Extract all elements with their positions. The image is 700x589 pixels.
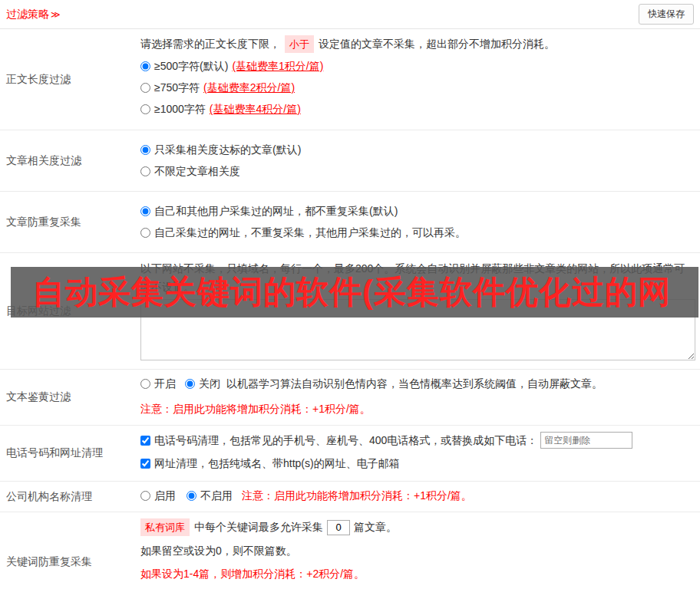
relevance-option-any[interactable]: 不限定文章相关度 xyxy=(140,163,695,179)
keyword-rule-zero: 如果留空或设为0，则不限篇数。 xyxy=(140,543,695,559)
row-porn-filter: 文本鉴黄过滤 开启 关闭 以机器学习算法自动识别色情内容，当色情概率达到系统阈值… xyxy=(0,370,700,426)
body-length-label: 正文长度过滤 xyxy=(0,29,134,130)
porn-on-radio[interactable] xyxy=(140,379,150,389)
porn-filter-label: 文本鉴黄过滤 xyxy=(0,370,134,425)
company-off-radio[interactable] xyxy=(187,491,196,501)
porn-filter-desc: 以机器学习算法自动识别色情内容，当色情概率达到系统阈值，自动屏蔽文章。 xyxy=(226,376,603,392)
filter-strategy-page: 过滤策略≫ 快速保存 正文长度过滤 请选择需求的正文长度下限， 小于 设定值的文… xyxy=(0,0,700,589)
length-500-fee: (基础费率1积分/篇) xyxy=(232,58,323,74)
phone-clean-checkbox[interactable] xyxy=(140,436,150,446)
row-body-length-filter: 正文长度过滤 请选择需求的正文长度下限， 小于 设定值的文章不采集，超出部分不增… xyxy=(0,29,700,130)
page-header: 过滤策略≫ 快速保存 xyxy=(0,0,700,29)
relevance-any-text: 不限定文章相关度 xyxy=(154,163,240,179)
page-title: 过滤策略≫ xyxy=(6,8,61,21)
url-clean-option[interactable]: 网址清理，包括纯域名、带http(s)的网址、电子邮箱 xyxy=(140,456,695,472)
length-1000-radio[interactable] xyxy=(140,104,150,114)
keyword-rule-1-4: 如果设为1-4篇，则增加积分消耗：+2积分/篇。 xyxy=(140,566,695,582)
blocked-sites-textarea[interactable] xyxy=(140,299,695,360)
dedup-own-text: 自己采集过的网址，不重复采集，其他用户采集过的，可以再采。 xyxy=(154,225,466,241)
keyword-limit-end-text: 篇文章。 xyxy=(354,519,397,535)
target-site-label: 目标网站过滤 xyxy=(0,253,134,369)
dedup-global-radio[interactable] xyxy=(140,206,150,216)
chevron-double-icon[interactable]: ≫ xyxy=(51,9,61,20)
phone-clean-text: 电话号码清理，包括常见的手机号、座机号、400电话格式，或替换成如下电话： xyxy=(154,433,537,449)
length-option-500[interactable]: ≥500字符(默认) (基础费率1积分/篇) xyxy=(140,58,695,74)
company-on-text: 启用 xyxy=(154,488,176,504)
keyword-limit-mid-text: 中每个关键词最多允许采集 xyxy=(194,519,323,535)
phone-url-label: 电话号码和网址清理 xyxy=(0,426,134,481)
keyword-dedup-label: 关键词防重复采集 xyxy=(0,512,134,589)
length-option-750[interactable]: ≥750字符 (基础费率2积分/篇) xyxy=(140,80,695,96)
company-off-text: 不启用 xyxy=(200,488,233,504)
phone-clean-option[interactable]: 电话号码清理，包括常见的手机号、座机号、400电话格式，或替换成如下电话： xyxy=(140,432,695,449)
porn-on-text: 开启 xyxy=(154,376,176,392)
relevance-strict-radio[interactable] xyxy=(140,145,150,155)
keyword-limit-line: 私有词库 中每个关键词最多允许采集 篇文章。 xyxy=(140,518,695,536)
dedup-own-radio[interactable] xyxy=(140,228,150,238)
relevance-option-strict[interactable]: 只采集相关度达标的文章(默认) xyxy=(140,142,695,158)
length-option-1000[interactable]: ≥1000字符 (基础费率4积分/篇) xyxy=(140,101,695,117)
row-phone-url-cleaning: 电话号码和网址清理 电话号码清理，包括常见的手机号、座机号、400电话格式，或替… xyxy=(0,426,700,482)
row-relevance-filter: 文章相关度过滤 只采集相关度达标的文章(默认) 不限定文章相关度 xyxy=(0,130,700,192)
intro-post-text: 设定值的文章不采集，超出部分不增加积分消耗。 xyxy=(319,36,555,52)
porn-off-text: 关闭 xyxy=(199,376,220,392)
url-clean-checkbox[interactable] xyxy=(140,459,150,469)
dedup-label: 文章防重复采集 xyxy=(0,192,134,252)
row-target-site-filter: 目标网站过滤 以下网站不采集，只填域名，每行一个，最多200个。系统会自动识别并… xyxy=(0,253,700,370)
row-dedup-collection: 文章防重复采集 自己和其他用户采集过的网址，都不重复采集(默认) 自己采集过的网… xyxy=(0,192,700,253)
porn-filter-options: 开启 关闭 以机器学习算法自动识别色情内容，当色情概率达到系统阈值，自动屏蔽文章… xyxy=(140,376,695,392)
dedup-option-own[interactable]: 自己采集过的网址，不重复采集，其他用户采集过的，可以再采。 xyxy=(140,225,695,241)
quick-save-button[interactable]: 快速保存 xyxy=(639,4,694,25)
dedup-option-global[interactable]: 自己和其他用户采集过的网址，都不重复采集(默认) xyxy=(140,203,695,219)
length-750-text: ≥750字符 xyxy=(154,80,200,96)
length-1000-text: ≥1000字符 xyxy=(154,101,206,117)
length-750-radio[interactable] xyxy=(140,83,150,93)
company-options: 启用 不启用 注意：启用此功能将增加积分消耗：+1积分/篇。 xyxy=(140,488,695,504)
less-than-tag: 小于 xyxy=(285,35,314,53)
length-1000-fee: (基础费率4积分/篇) xyxy=(210,101,301,117)
length-500-text: ≥500字符(默认) xyxy=(154,58,228,74)
length-500-radio[interactable] xyxy=(140,61,150,71)
page-title-text: 过滤策略 xyxy=(6,8,49,20)
target-site-desc: 以下网站不采集，只填域名，每行一个，最多200个。系统会自动识别并屏蔽那些非文章… xyxy=(140,259,695,296)
private-lexicon-tag: 私有词库 xyxy=(140,518,190,536)
company-label: 公司机构名称清理 xyxy=(0,482,134,512)
intro-pre-text: 请选择需求的正文长度下限， xyxy=(140,36,280,52)
company-note: 注意：启用此功能将增加积分消耗：+1积分/篇。 xyxy=(242,488,472,504)
replacement-phone-input[interactable] xyxy=(540,432,632,449)
body-length-intro: 请选择需求的正文长度下限， 小于 设定值的文章不采集，超出部分不增加积分消耗。 xyxy=(140,35,695,53)
relevance-any-radio[interactable] xyxy=(140,166,150,176)
row-keyword-dedup: 关键词防重复采集 私有词库 中每个关键词最多允许采集 篇文章。 如果留空或设为0… xyxy=(0,512,700,589)
row-company-cleaning: 公司机构名称清理 启用 不启用 注意：启用此功能将增加积分消耗：+1积分/篇。 xyxy=(0,482,700,512)
length-750-fee: (基础费率2积分/篇) xyxy=(203,80,295,96)
keyword-limit-input[interactable] xyxy=(327,520,350,535)
porn-filter-note: 注意：启用此功能将增加积分消耗：+1积分/篇。 xyxy=(140,401,695,417)
relevance-strict-text: 只采集相关度达标的文章(默认) xyxy=(154,142,301,158)
company-on-radio[interactable] xyxy=(140,491,150,501)
porn-off-radio[interactable] xyxy=(185,379,195,389)
relevance-label: 文章相关度过滤 xyxy=(0,130,134,191)
dedup-global-text: 自己和其他用户采集过的网址，都不重复采集(默认) xyxy=(154,203,398,219)
url-clean-text: 网址清理，包括纯域名、带http(s)的网址、电子邮箱 xyxy=(154,456,400,472)
